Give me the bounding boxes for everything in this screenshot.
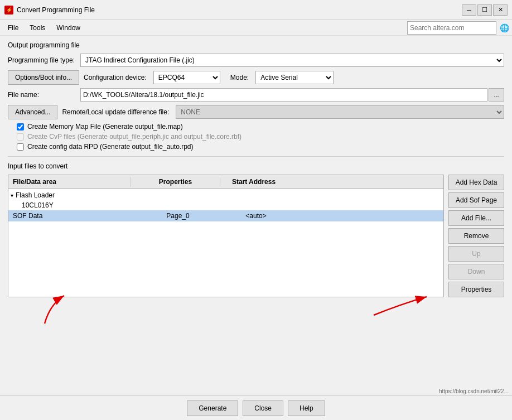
close-button-bottom[interactable]: Close xyxy=(243,400,283,416)
input-files-section: Input files to convert File/Data area Pr… xyxy=(8,162,504,297)
sof-address: <auto> xyxy=(245,212,266,220)
window-title: Convert Programming File xyxy=(17,6,462,14)
sof-properties: Page_0 xyxy=(166,212,189,220)
pft-select[interactable]: JTAG Indirect Configuration File (.jic) xyxy=(80,54,504,67)
close-button[interactable]: ✕ xyxy=(493,4,508,16)
pft-label: Programming file type: xyxy=(8,56,80,64)
col-props: Properties xyxy=(131,177,220,187)
url-bar: https://blog.csdn.net/mit22... xyxy=(436,387,512,395)
search-input[interactable] xyxy=(407,21,496,35)
checkbox-row-3: Create config data RPD (Generate output_… xyxy=(8,143,504,151)
table-body: ▾ Flash Loader 10CL016Y SOF Data Page_0 xyxy=(8,189,443,223)
app-icon: ⚡ xyxy=(4,6,13,15)
col-file: File/Data area xyxy=(8,177,131,187)
menu-bar: File Tools Window 🌐 xyxy=(0,20,512,36)
menu-file[interactable]: File xyxy=(2,22,24,33)
file-name-input[interactable] xyxy=(80,88,487,102)
file-table: File/Data area Properties Start Address … xyxy=(8,175,444,297)
main-content: Output programming file Programming file… xyxy=(0,36,512,303)
remote-local-label: Remote/Local update difference file: xyxy=(62,108,169,116)
checkbox-config-rpd-label: Create config data RPD (Generate output_… xyxy=(27,143,194,151)
title-bar: ⚡ Convert Programming File ─ ☐ ✕ xyxy=(0,0,512,20)
checkbox-cvp-label: Create CvP files (Generate output_file.p… xyxy=(27,133,241,141)
generate-button[interactable]: Generate xyxy=(187,400,238,416)
flash-loader-label: Flash Loader xyxy=(16,191,55,199)
remove-button[interactable]: Remove xyxy=(448,228,504,244)
properties-button[interactable]: Properties xyxy=(448,282,504,297)
window-controls: ─ ☐ ✕ xyxy=(462,4,508,16)
sof-cell-file: SOF Data xyxy=(11,212,133,220)
sof-cell-props: Page_0 xyxy=(133,212,223,220)
sof-data-row[interactable]: SOF Data Page_0 <auto> xyxy=(8,210,443,221)
advanced-button[interactable]: Advanced... xyxy=(8,105,57,119)
remote-local-select[interactable]: NONE xyxy=(176,105,504,119)
chevron-down-icon: ▾ xyxy=(11,192,13,199)
checkbox-row-2: Create CvP files (Generate output_file.p… xyxy=(8,133,504,141)
sof-cell-addr: <auto> xyxy=(223,212,289,220)
add-sof-page-button[interactable]: Add Sof Page xyxy=(448,192,504,208)
programming-file-type-row: Programming file type: JTAG Indirect Con… xyxy=(8,54,504,67)
menu-tools[interactable]: Tools xyxy=(24,22,51,33)
up-button[interactable]: Up xyxy=(448,246,504,262)
file-name-row: File name: ... xyxy=(8,88,504,102)
advanced-remote-row: Advanced... Remote/Local update differen… xyxy=(8,105,504,119)
maximize-button[interactable]: ☐ xyxy=(477,4,492,16)
options-boot-button[interactable]: Options/Boot info... xyxy=(8,70,79,85)
help-button[interactable]: Help xyxy=(288,400,325,416)
output-section-header: Output programming file xyxy=(8,41,504,49)
search-box: 🌐 xyxy=(407,21,510,35)
config-device-label: Configuration device: xyxy=(84,74,147,81)
minimize-button[interactable]: ─ xyxy=(462,4,476,16)
flash-loader-row[interactable]: ▾ Flash Loader xyxy=(8,190,443,200)
right-buttons: Add Hex Data Add Sof Page Add File... Re… xyxy=(448,175,504,297)
device-label: 10CL016Y xyxy=(22,201,54,209)
sof-data-label: SOF Data xyxy=(13,212,42,220)
device-row[interactable]: 10CL016Y xyxy=(8,200,443,210)
globe-icon: 🌐 xyxy=(499,22,510,33)
input-files-inner: File/Data area Properties Start Address … xyxy=(8,175,504,297)
input-section-header: Input files to convert xyxy=(8,162,504,170)
mode-select[interactable]: Active Serial xyxy=(255,71,334,84)
config-device-select[interactable]: EPCQ64 xyxy=(153,71,220,84)
checkbox-cvp[interactable] xyxy=(17,133,24,141)
divider xyxy=(8,156,504,157)
file-name-label: File name: xyxy=(8,91,80,99)
down-button[interactable]: Down xyxy=(448,264,504,279)
checkbox-memory-map[interactable] xyxy=(17,123,24,131)
col-addr: Start Address xyxy=(220,177,287,187)
browse-button[interactable]: ... xyxy=(489,88,504,102)
add-file-button[interactable]: Add File... xyxy=(448,210,504,226)
table-header: File/Data area Properties Start Address xyxy=(8,175,443,189)
menu-window[interactable]: Window xyxy=(51,22,86,33)
checkbox-row-1: Create Memory Map File (Generate output_… xyxy=(8,123,504,131)
checkbox-memory-map-label: Create Memory Map File (Generate output_… xyxy=(27,123,183,131)
options-config-row: Options/Boot info... Configuration devic… xyxy=(8,70,504,85)
checkbox-config-rpd[interactable] xyxy=(17,143,24,151)
bottom-bar: Generate Close Help xyxy=(0,395,512,420)
add-hex-data-button[interactable]: Add Hex Data xyxy=(448,175,504,190)
mode-label: Mode: xyxy=(230,74,249,81)
